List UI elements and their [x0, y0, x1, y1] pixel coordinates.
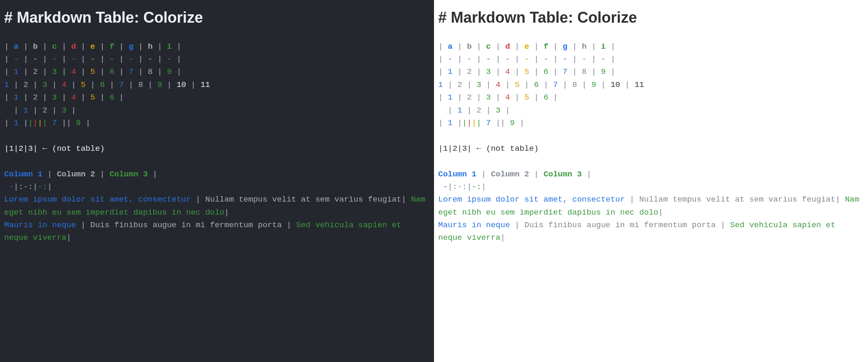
r3c5: 5 — [524, 67, 529, 76]
pipe: | — [81, 55, 86, 64]
pipe: | — [534, 55, 539, 64]
col2-header: Column 2 — [491, 170, 529, 179]
pipe: | — [534, 42, 539, 51]
pipe: | — [462, 118, 467, 128]
pipe: | — [66, 118, 71, 128]
pipe: | — [572, 55, 577, 64]
pipe: | — [496, 118, 500, 128]
pipe: | — [100, 42, 105, 51]
hdr-a: a — [448, 42, 452, 51]
pipe: | — [14, 106, 18, 115]
r4c4: 4 — [496, 80, 500, 89]
sep-5: - — [90, 55, 95, 64]
col2-header: Column 2 — [57, 170, 95, 179]
pipe: | — [582, 80, 586, 89]
pipe: | — [177, 42, 181, 51]
pipe: | — [81, 67, 86, 76]
r5c5: 5 — [524, 93, 529, 102]
pipe: | — [553, 67, 558, 76]
a4: : — [462, 182, 467, 191]
r3c6: 6 — [544, 67, 548, 76]
a6: : — [476, 182, 481, 191]
pipe: | — [496, 42, 500, 51]
pipe: | — [110, 80, 114, 89]
not-table-line: |1|2|3| ← (not table) — [438, 144, 539, 153]
pipe: | — [835, 195, 840, 204]
pipe: | — [505, 80, 510, 89]
pipe: | — [563, 80, 567, 89]
r4c11: 11 — [201, 80, 210, 89]
r3c8: 8 — [148, 67, 152, 76]
pipe: | — [4, 67, 9, 76]
r3c5: 5 — [90, 67, 95, 76]
pipe: | — [401, 195, 406, 204]
pipe: | — [515, 93, 520, 102]
pipe: | — [611, 42, 615, 51]
pipe: | — [119, 67, 124, 76]
sep-3: - — [52, 55, 57, 64]
pipe: | — [157, 55, 162, 64]
pipe: | — [458, 55, 462, 64]
r4c10: 10 — [177, 80, 186, 89]
pipe: | — [4, 118, 9, 128]
pipe: | — [438, 67, 443, 76]
r3c8: 8 — [582, 67, 586, 76]
pipe: | — [572, 67, 577, 76]
pipe: | — [52, 80, 57, 89]
r4c8: 8 — [138, 80, 143, 89]
pipe: | — [611, 55, 615, 64]
a5: - — [472, 182, 476, 191]
pipe: | — [66, 233, 71, 242]
pipe: | — [438, 42, 443, 51]
pipe: | — [47, 182, 52, 191]
pipe: | — [138, 67, 143, 76]
hdr-f: f — [544, 42, 548, 51]
r5c4: 4 — [71, 93, 76, 102]
pipe: | — [515, 42, 520, 51]
r4c9: 9 — [157, 80, 162, 89]
pipe: | — [157, 42, 162, 51]
hdr-g: g — [129, 42, 133, 51]
pipe: | — [138, 55, 143, 64]
sep-4: - — [505, 55, 510, 64]
pipe: | — [515, 220, 519, 230]
pipe: | — [33, 80, 37, 89]
pipe: | — [81, 220, 85, 230]
r5c3: 3 — [486, 93, 491, 102]
pipe: | — [4, 42, 9, 51]
page-title: # Markdown Table: Colorize — [4, 9, 430, 26]
r3c9: 9 — [601, 67, 606, 76]
pipe: | — [591, 42, 596, 51]
hdr-d: d — [71, 42, 76, 51]
pipe: | — [534, 67, 539, 76]
pipe: | — [42, 93, 47, 102]
col1-header: Column 1 — [4, 170, 42, 179]
a5: - — [38, 182, 42, 191]
r4c7: 7 — [119, 80, 124, 89]
col3-header: Column 3 — [544, 170, 582, 179]
pipe: | — [33, 118, 37, 128]
pipe: | — [476, 67, 481, 76]
pipe: | — [515, 67, 520, 76]
a2: : — [18, 182, 23, 191]
pipe: | — [62, 55, 66, 64]
t2r1c1: Lorem ipsum dolor sit amet, consectetur — [438, 195, 625, 204]
hdr-c: c — [52, 42, 57, 51]
r4c10: 10 — [611, 80, 620, 89]
pipe: | — [38, 118, 42, 128]
r3c2: 2 — [467, 67, 471, 76]
r3c7: 7 — [129, 67, 133, 76]
sep-7: - — [563, 55, 567, 64]
pipe: | — [572, 42, 577, 51]
hdr-i: i — [601, 42, 606, 51]
pipe: | — [476, 42, 481, 51]
pipe: | — [24, 42, 28, 51]
sep-7: - — [129, 55, 133, 64]
pipe: | — [14, 182, 18, 191]
hdr-h: h — [148, 42, 152, 51]
t2r2c2: Duis finibus augue in mi fermentum porta — [524, 220, 716, 230]
pipe: | — [81, 42, 86, 51]
hdr-e: e — [524, 42, 529, 51]
r4c1: 1 — [438, 80, 443, 89]
pipe: | — [458, 42, 462, 51]
